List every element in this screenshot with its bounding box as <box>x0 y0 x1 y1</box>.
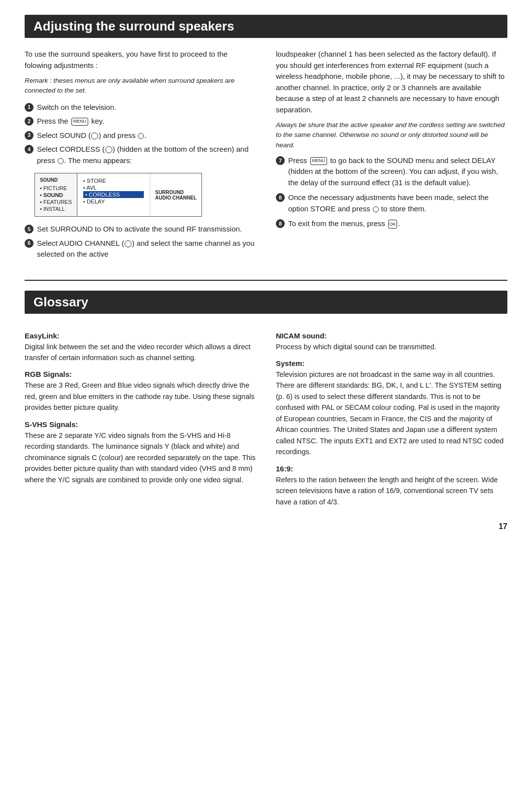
step-5-text: Set SURROUND to ON to activate the sound… <box>37 224 256 235</box>
system-term: System: <box>276 359 507 367</box>
menu-icon-7: MENU <box>310 157 328 165</box>
glossary-right-col: NICAM sound: Process by which digital so… <box>276 325 507 508</box>
step-8b: 8 To exit from the menus, press OK. <box>276 218 507 230</box>
step-1: 1 Switch on the television. <box>25 102 256 113</box>
menu-sidebar-title: SOUND <box>40 177 72 183</box>
menu-items: • STORE • AVL • CORDLESS • DELAY <box>83 177 144 205</box>
surround-section-title: Adjusting the surround speakers <box>25 15 507 38</box>
menu-sidebar-install: • INSTALL <box>40 205 72 212</box>
nicam-def: Process by which digital sound can be tr… <box>276 341 507 352</box>
glossary-easylink: EasyLink: Digital link between the set a… <box>25 332 256 364</box>
surround-left-col: To use the surround speakers, you have f… <box>25 49 256 265</box>
step-5-num: 5 <box>25 225 33 233</box>
surround-continuation: loudspeaker (channel 1 has been selected… <box>276 49 507 115</box>
glossary-nicam: NICAM sound: Process by which digital so… <box>276 332 507 352</box>
glossary-left-col: EasyLink: Digital link between the set a… <box>25 325 256 508</box>
step-8b-num: 8 <box>276 219 285 228</box>
step-4-text: Select CORDLESS () (hidden at the bottom… <box>37 144 256 166</box>
step-2-num: 2 <box>25 117 33 126</box>
step-5: 5 Set SURROUND to ON to activate the sou… <box>25 224 256 235</box>
menu-avl: • AVL <box>83 184 144 191</box>
exit-icon: OK <box>388 220 397 229</box>
surround-steps-right: 7 Press MENU to go back to the SOUND men… <box>276 155 507 230</box>
menu-diagram: SOUND • PICTURE • SOUND • FEATURES • INS… <box>34 173 202 217</box>
step-3-num: 3 <box>25 131 33 140</box>
glossary-title: Glossary <box>25 291 507 314</box>
menu-icon: MENU <box>71 118 89 126</box>
step-4-num: 4 <box>25 145 33 154</box>
ok-icon-8 <box>373 206 379 212</box>
menu-surround-label: SURROUND <box>155 190 197 195</box>
menu-sidebar-features: • FEATURES <box>40 199 72 205</box>
nicam-term: NICAM sound: <box>276 332 507 340</box>
menu-cordless: • CORDLESS <box>83 191 144 198</box>
svhs-term: S-VHS Signals: <box>25 420 256 429</box>
menu-sidebar-picture: • PICTURE <box>40 185 72 192</box>
easylink-def: Digital link between the set and the vid… <box>25 341 256 364</box>
ratio-term: 16:9: <box>276 465 507 473</box>
step-6-num: 6 <box>25 239 33 248</box>
rgb-def: These are 3 Red, Green and Blue video si… <box>25 380 256 413</box>
menu-delay: • DELAY <box>83 198 144 205</box>
step-8: 8 Once the necessary adjustments have be… <box>276 192 507 214</box>
surround-steps-left-cont: 5 Set SURROUND to ON to activate the sou… <box>25 224 256 260</box>
menu-sidebar: SOUND • PICTURE • SOUND • FEATURES • INS… <box>35 173 77 216</box>
surround-steps-left: 1 Switch on the television. 2 Press the … <box>25 102 256 166</box>
system-def: Television pictures are not broadcast in… <box>276 369 507 458</box>
ok-icon-3 <box>138 133 144 139</box>
step-8-num: 8 <box>276 193 285 202</box>
menu-store: • STORE <box>83 177 144 184</box>
svhs-def: These are 2 separate Y/C video signals f… <box>25 430 256 485</box>
surround-right-col: loudspeaker (channel 1 has been selected… <box>276 49 507 265</box>
step-2: 2 Press the MENU key. <box>25 116 256 127</box>
step-4: 4 Select CORDLESS () (hidden at the bott… <box>25 144 256 166</box>
surround-content: To use the surround speakers, you have f… <box>25 49 507 265</box>
glossary-content: EasyLink: Digital link between the set a… <box>25 325 507 508</box>
step-8-text: Once the necessary adjustments have been… <box>288 192 507 214</box>
menu-audio-channel-label: AUDIO CHANNEL <box>155 195 197 200</box>
surround-section: Adjusting the surround speakers To use t… <box>25 15 507 265</box>
sound-icon <box>91 133 98 139</box>
glossary-169: 16:9: Refers to the ration between the l… <box>276 465 507 507</box>
audio-channel-icon <box>125 240 132 247</box>
step-3-text: Select SOUND () and press . <box>37 130 256 141</box>
rgb-term: RGB Signals: <box>25 370 256 378</box>
step-1-num: 1 <box>25 103 33 112</box>
easylink-term: EasyLink: <box>25 332 256 340</box>
ratio-def: Refers to the ration between the length … <box>276 474 507 507</box>
step-7: 7 Press MENU to go back to the SOUND men… <box>276 155 507 189</box>
step-8b-text: To exit from the menus, press OK. <box>288 218 507 230</box>
glossary-section: Glossary EasyLink: Digital link between … <box>25 291 507 508</box>
menu-sidebar-sound: • SOUND <box>40 192 72 199</box>
step-1-text: Switch on the television. <box>37 102 256 113</box>
glossary-svhs: S-VHS Signals: These are 2 separate Y/C … <box>25 420 256 485</box>
ok-icon-4 <box>58 158 64 164</box>
page-number: 17 <box>25 522 507 531</box>
step-7-text: Press MENU to go back to the SOUND menu … <box>288 155 507 189</box>
surround-intro: To use the surround speakers, you have f… <box>25 49 256 71</box>
glossary-rgb: RGB Signals: These are 3 Red, Green and … <box>25 370 256 413</box>
section-divider <box>25 280 507 281</box>
step-6-text: Select AUDIO CHANNEL () and select the s… <box>37 238 256 260</box>
menu-main: • STORE • AVL • CORDLESS • DELAY <box>77 173 150 216</box>
step-2-text: Press the MENU key. <box>37 116 256 127</box>
step-6: 6 Select AUDIO CHANNEL () and select the… <box>25 238 256 260</box>
step-3: 3 Select SOUND () and press . <box>25 130 256 141</box>
surround-italic-note: Always be shure that the active speaker … <box>276 120 507 150</box>
glossary-system: System: Television pictures are not broa… <box>276 359 507 458</box>
step-7-num: 7 <box>276 156 285 165</box>
surround-remark: Remark : theses menus are only available… <box>25 76 256 96</box>
menu-right-labels: SURROUND AUDIO CHANNEL <box>150 173 201 216</box>
cordless-icon <box>105 146 112 153</box>
